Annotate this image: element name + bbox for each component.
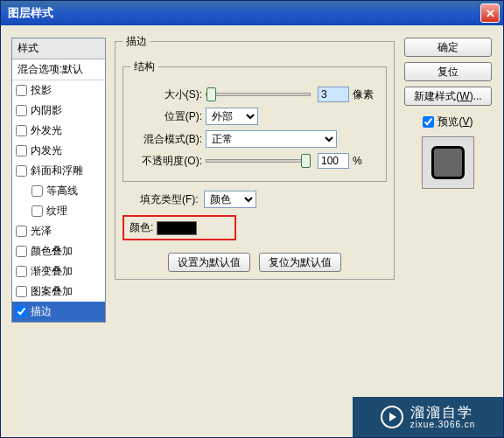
color-label: 颜色: (130, 220, 153, 235)
layer-style-dialog: 图层样式 ✕ 样式 混合选项:默认 投影内阴影外发光内发光斜面和浮雕等高线纹理光… (0, 0, 504, 438)
style-item-2[interactable]: 外发光 (12, 121, 105, 141)
watermark: 溜溜自学 zixue.3066.cn (353, 397, 503, 437)
style-checkbox[interactable] (16, 105, 27, 116)
style-item-label: 渐变叠加 (31, 264, 73, 279)
filltype-select[interactable]: 颜色 (204, 191, 256, 208)
style-item-1[interactable]: 内阴影 (12, 101, 105, 121)
watermark-brand: 溜溜自学 (410, 405, 476, 421)
style-item-0[interactable]: 投影 (12, 80, 105, 101)
right-panel: 确定 复位 新建样式(W)... 预览(V) (403, 38, 493, 189)
stroke-legend: 描边 (122, 34, 150, 49)
style-item-label: 投影 (31, 83, 52, 98)
color-row: 颜色: (122, 215, 236, 240)
style-item-label: 斜面和浮雕 (31, 163, 83, 178)
style-item-4[interactable]: 斜面和浮雕 (12, 161, 105, 181)
opacity-unit: % (353, 155, 362, 167)
cancel-reset-button[interactable]: 复位 (404, 62, 492, 81)
make-default-button[interactable]: 设置为默认值 (168, 253, 250, 272)
preview-swatch (431, 146, 465, 179)
position-row: 位置(P): 外部 (130, 108, 379, 125)
style-checkbox[interactable] (16, 266, 27, 277)
style-checkbox[interactable] (16, 226, 27, 237)
play-icon (381, 406, 403, 428)
style-item-8[interactable]: 颜色叠加 (12, 241, 105, 261)
stroke-fieldset: 描边 结构 大小(S): 像素 位置(P): 外部 (115, 34, 395, 280)
slider-thumb-icon[interactable] (301, 154, 311, 168)
slider-thumb-icon[interactable] (206, 87, 216, 101)
styles-header[interactable]: 样式 (12, 38, 105, 59)
color-swatch[interactable] (157, 221, 197, 235)
dialog-content: 样式 混合选项:默认 投影内阴影外发光内发光斜面和浮雕等高线纹理光泽颜色叠加渐变… (1, 25, 503, 437)
position-label: 位置(P): (130, 109, 206, 124)
new-style-label: 新建样式(W)... (414, 90, 481, 102)
close-button[interactable]: ✕ (480, 3, 500, 23)
style-item-label: 等高线 (46, 184, 78, 198)
ok-button[interactable]: 确定 (404, 38, 492, 57)
style-item-11[interactable]: 描边 (12, 302, 105, 322)
style-item-3[interactable]: 内发光 (12, 141, 105, 161)
style-checkbox[interactable] (32, 205, 43, 217)
style-item-label: 内阴影 (31, 103, 62, 118)
titlebar[interactable]: 图层样式 ✕ (1, 1, 503, 25)
style-item-5[interactable]: 等高线 (12, 181, 105, 201)
close-icon: ✕ (486, 7, 495, 20)
style-item-6[interactable]: 纹理 (12, 201, 105, 221)
opacity-row: 不透明度(O): % (130, 153, 379, 169)
style-item-label: 描边 (31, 304, 52, 319)
new-style-button[interactable]: 新建样式(W)... (404, 87, 492, 106)
style-checkbox[interactable] (32, 185, 43, 197)
preview-box (422, 136, 474, 189)
stroke-settings: 描边 结构 大小(S): 像素 位置(P): 外部 (115, 34, 395, 285)
opacity-input[interactable] (318, 153, 349, 169)
blendmode-label: 混合模式(B): (130, 132, 206, 147)
size-row: 大小(S): 像素 (130, 87, 379, 102)
titlebar-title: 图层样式 (4, 5, 480, 21)
style-item-label: 图案叠加 (31, 284, 73, 299)
style-checkbox[interactable] (16, 125, 27, 136)
position-select[interactable]: 外部 (206, 108, 258, 125)
style-checkbox[interactable] (16, 145, 27, 156)
reset-default-button[interactable]: 复位为默认值 (259, 253, 341, 272)
filltype-row: 填充类型(F): 颜色 (140, 191, 387, 208)
style-item-label: 颜色叠加 (31, 244, 73, 259)
style-item-10[interactable]: 图案叠加 (12, 282, 105, 302)
size-input[interactable] (318, 87, 349, 102)
style-item-label: 纹理 (46, 204, 67, 219)
style-checkbox[interactable] (16, 85, 27, 96)
blend-options-row[interactable]: 混合选项:默认 (12, 59, 105, 80)
default-buttons: 设置为默认值 复位为默认值 (122, 253, 387, 272)
size-slider[interactable] (206, 93, 311, 96)
style-checkbox[interactable] (16, 306, 27, 317)
styles-panel: 样式 混合选项:默认 投影内阴影外发光内发光斜面和浮雕等高线纹理光泽颜色叠加渐变… (11, 38, 106, 323)
watermark-sub: zixue.3066.cn (410, 420, 476, 429)
blendmode-row: 混合模式(B): 正常 (130, 130, 379, 148)
style-item-label: 外发光 (31, 123, 62, 138)
structure-fieldset: 结构 大小(S): 像素 位置(P): 外部 (122, 59, 387, 182)
size-label: 大小(S): (130, 87, 206, 102)
blendmode-select[interactable]: 正常 (206, 130, 337, 148)
filltype-label: 填充类型(F): (140, 192, 199, 207)
style-item-7[interactable]: 光泽 (12, 221, 105, 241)
size-unit: 像素 (353, 87, 374, 102)
styles-list: 样式 混合选项:默认 投影内阴影外发光内发光斜面和浮雕等高线纹理光泽颜色叠加渐变… (11, 38, 106, 323)
style-item-label: 内发光 (31, 143, 62, 158)
structure-legend: 结构 (130, 59, 158, 74)
opacity-slider[interactable] (206, 159, 311, 163)
style-item-9[interactable]: 渐变叠加 (12, 261, 105, 282)
style-checkbox[interactable] (16, 165, 27, 177)
style-item-label: 光泽 (31, 224, 52, 239)
style-checkbox[interactable] (16, 246, 27, 257)
preview-checkbox[interactable] (423, 116, 434, 128)
opacity-label: 不透明度(O): (130, 154, 206, 169)
preview-checkbox-row[interactable]: 预览(V) (423, 115, 472, 129)
watermark-text: 溜溜自学 zixue.3066.cn (410, 405, 476, 430)
preview-label: 预览(V) (438, 115, 472, 129)
style-checkbox[interactable] (16, 286, 27, 297)
